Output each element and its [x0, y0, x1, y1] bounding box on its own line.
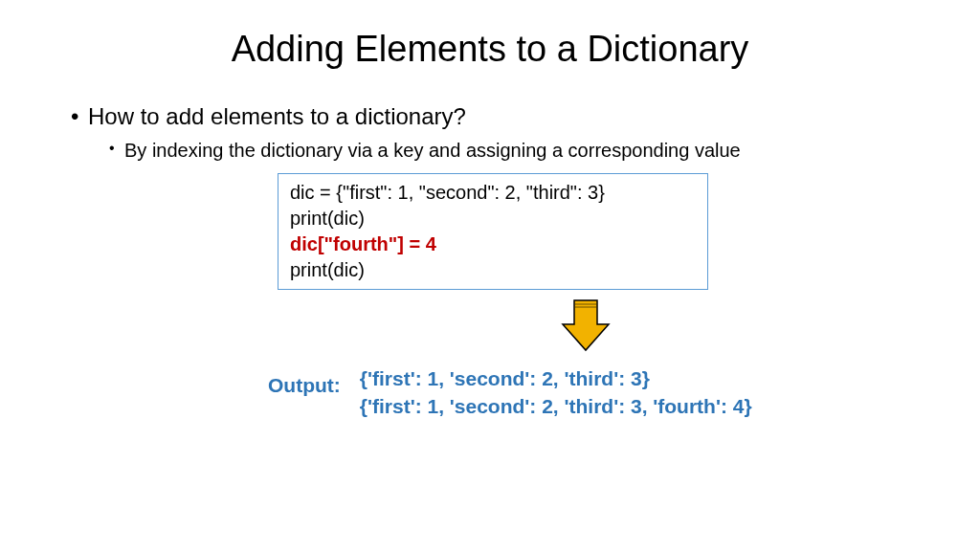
down-arrow-icon	[559, 298, 612, 353]
bullet-level-2: By indexing the dictionary via a key and…	[105, 140, 923, 162]
code-line: print(dic)	[290, 206, 696, 231]
code-line: print(dic)	[290, 257, 696, 283]
bullet-level-1: How to add elements to a dictionary?	[67, 103, 923, 130]
bullet-list: How to add elements to a dictionary? By …	[57, 103, 923, 162]
output-line: {'first': 1, 'second': 2, 'third': 3, 'f…	[360, 392, 752, 420]
code-example-box: dic = {"first": 1, "second": 2, "third":…	[278, 173, 708, 290]
output-label: Output:	[268, 374, 341, 397]
output-line: {'first': 1, 'second': 2, 'third': 3}	[360, 364, 752, 392]
output-section: Output: {'first': 1, 'second': 2, 'third…	[268, 364, 923, 421]
svg-marker-0	[563, 300, 609, 350]
slide-title: Adding Elements to a Dictionary	[57, 29, 923, 70]
code-line: dic = {"first": 1, "second": 2, "third":…	[290, 180, 696, 206]
output-lines: {'first': 1, 'second': 2, 'third': 3} {'…	[360, 364, 752, 421]
slide-content: Adding Elements to a Dictionary How to a…	[0, 0, 980, 450]
code-line-highlighted: dic["fourth"] = 4	[290, 231, 696, 257]
arrow-container	[249, 298, 923, 357]
